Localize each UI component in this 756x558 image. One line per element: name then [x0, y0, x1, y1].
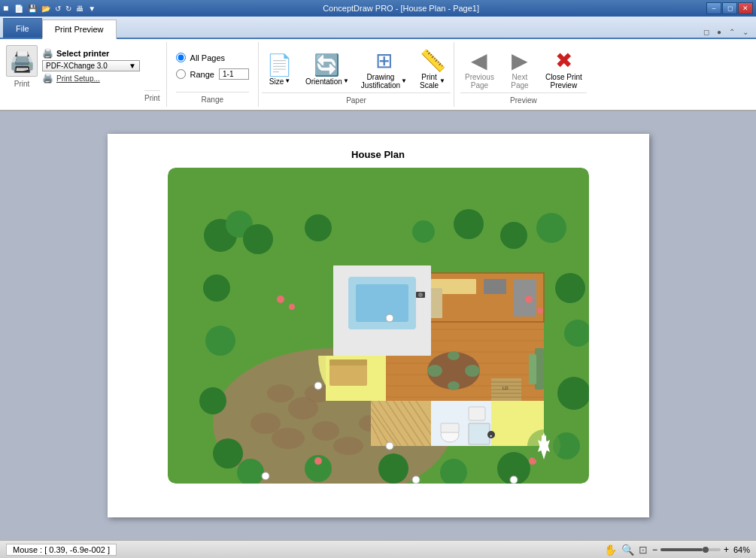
drawing-just-label: DrawingJustification [361, 73, 400, 89]
svg-rect-33 [329, 359, 367, 365]
close-button[interactable]: ✕ [738, 2, 753, 14]
dropdown-arrow: ▼ [129, 62, 136, 70]
paper-group-content: 📄 Size ▼ 🔄 Orientation ▼ ⊞ DrawingJustif… [262, 45, 451, 92]
zoom-thumb[interactable] [703, 547, 709, 553]
svg-text:N: N [541, 435, 546, 443]
svg-point-66 [243, 224, 273, 254]
zoom-plus[interactable]: + [724, 544, 729, 555]
orientation-arrow: ▼ [343, 77, 349, 84]
zoom-minus[interactable]: − [652, 544, 657, 555]
range-input[interactable] [219, 68, 249, 80]
minimize-button[interactable]: – [706, 2, 721, 14]
svg-point-72 [555, 273, 585, 303]
window-control-buttons[interactable]: – ◻ ✕ [706, 2, 753, 14]
all-pages-radio[interactable] [176, 53, 186, 62]
svg-point-59 [465, 365, 480, 377]
window-title: ConceptDraw PRO - [House Plan - Page1] [96, 4, 706, 13]
print-scale-arrow: ▼ [439, 77, 445, 84]
print-group: 🖨️ Print 🖨️ Select printer PDF-XChange 3… [0, 42, 167, 107]
ribbon-collapse-btn[interactable]: ⌄ [741, 26, 750, 38]
size-button[interactable]: 📄 Size ▼ [262, 50, 298, 89]
tab-file[interactable]: File [3, 18, 42, 38]
svg-point-96 [510, 476, 518, 484]
range-row: Range [176, 68, 249, 80]
fit-page-icon[interactable]: ⊡ [639, 544, 648, 556]
house-plan-container: N LD ● [168, 168, 589, 484]
svg-point-93 [314, 382, 322, 390]
svg-point-71 [536, 213, 566, 243]
status-right: ✋ 🔍 ⊡ − + 64% [604, 544, 750, 556]
ribbon-expand-btn[interactable]: ⌃ [727, 26, 736, 38]
svg-point-88 [537, 308, 543, 314]
orientation-button[interactable]: 🔄 Orientation ▼ [301, 50, 354, 89]
svg-point-69 [454, 209, 484, 239]
print-scale-icon: 📏 [420, 48, 446, 73]
print-group-label: Print [144, 90, 160, 104]
printer-dropdown[interactable]: PDF-XChange 3.0 ▼ [42, 60, 140, 71]
all-pages-row: All Pages [176, 53, 249, 62]
svg-point-58 [427, 365, 442, 377]
svg-text:●: ● [490, 433, 492, 438]
print-scale-button[interactable]: 📏 PrintScale ▼ [414, 45, 451, 92]
svg-point-86 [289, 304, 295, 310]
drawing-justification-button[interactable]: ⊞ DrawingJustification ▼ [357, 45, 411, 92]
svg-point-60 [448, 351, 460, 360]
print-setup-icon: 🖨️ [42, 73, 53, 83]
svg-point-84 [203, 274, 230, 302]
restore-button[interactable]: ◻ [722, 2, 737, 14]
zoom-in-icon[interactable]: 🔍 [621, 544, 634, 556]
svg-point-95 [412, 476, 420, 484]
print-setup-label[interactable]: Print Setup... [56, 74, 100, 83]
svg-point-91 [386, 314, 393, 322]
page-preview: House Plan [108, 134, 649, 517]
ribbon-help-btn[interactable]: ● [715, 26, 723, 38]
svg-point-83 [205, 326, 235, 356]
paper-group: 📄 Size ▼ 🔄 Orientation ▼ ⊞ DrawingJustif… [259, 42, 454, 107]
range-group-label: Range [176, 92, 249, 104]
house-plan-svg: N LD ● [168, 168, 589, 484]
preview-group-content: ◀ PreviousPage ▶ NextPage ✖ Close PrintP… [460, 45, 587, 92]
print-controls: 🖨️ Select printer PDF-XChange 3.0 ▼ 🖨️ P… [42, 45, 140, 83]
hand-tool-icon[interactable]: ✋ [604, 544, 617, 556]
svg-point-5 [333, 437, 363, 455]
status-left: Mouse : [ 0.39, -6.9e-002 ] [6, 544, 117, 556]
svg-point-61 [448, 381, 460, 390]
drawing-just-icon: ⊞ [375, 48, 393, 73]
title-bar: ■ 📄 💾 📂 ↺ ↻ 🖶 ▼ ConceptDraw PRO - [House… [0, 0, 756, 17]
size-icon: 📄 [266, 53, 293, 77]
svg-rect-49 [469, 423, 490, 444]
svg-rect-63 [529, 354, 536, 384]
close-print-preview-button[interactable]: ✖ Close PrintPreview [541, 45, 587, 92]
tab-print-preview[interactable]: Print Preview [42, 20, 117, 39]
svg-point-87 [525, 296, 533, 303]
svg-point-80 [213, 438, 243, 469]
svg-rect-48 [469, 407, 485, 420]
next-page-button[interactable]: ▶ NextPage [502, 45, 538, 92]
paper-group-label: Paper [262, 92, 451, 105]
print-setup-row[interactable]: 🖨️ Print Setup... [42, 73, 140, 83]
previous-page-button[interactable]: ◀ PreviousPage [460, 45, 499, 92]
print-label: Print [14, 80, 30, 88]
next-page-label: NextPage [511, 73, 528, 89]
window-icons-left: ■ 📄 💾 📂 ↺ ↻ 🖶 ▼ [3, 3, 96, 14]
range-radio[interactable] [176, 69, 186, 79]
svg-point-94 [262, 472, 269, 480]
svg-point-89 [314, 457, 322, 465]
ribbon-layout-btn[interactable]: ◻ [702, 26, 711, 38]
print-scale-label: PrintScale [420, 73, 439, 89]
previous-page-label: PreviousPage [465, 73, 494, 89]
svg-point-74 [557, 377, 589, 410]
svg-rect-26 [514, 279, 536, 317]
previous-page-icon: ◀ [471, 48, 487, 73]
drawing-just-arrow: ▼ [401, 77, 407, 84]
svg-point-8 [267, 384, 294, 402]
orientation-label: Orientation [305, 77, 342, 86]
zoom-slider[interactable] [660, 548, 721, 551]
svg-rect-47 [441, 423, 459, 432]
printer-name: PDF-XChange 3.0 [46, 62, 108, 70]
north-arrow: N [527, 429, 560, 462]
print-button[interactable]: 🖨️ [6, 45, 38, 77]
status-bar: Mouse : [ 0.39, -6.9e-002 ] ✋ 🔍 ⊡ − + 64… [0, 540, 756, 558]
ribbon-right-controls: ◻ ● ⌃ ⌄ [702, 26, 756, 38]
svg-point-68 [412, 220, 435, 243]
